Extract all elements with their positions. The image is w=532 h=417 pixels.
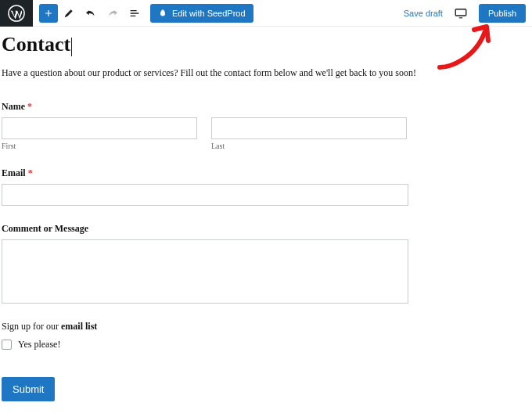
required-mark: * <box>27 101 32 112</box>
intro-paragraph[interactable]: Have a question about our product or ser… <box>2 67 530 79</box>
last-name-sublabel: Last <box>211 142 407 150</box>
signup-checkbox[interactable] <box>2 340 12 350</box>
wordpress-icon <box>8 5 25 22</box>
topbar-right: Save draft Publish <box>404 4 532 23</box>
last-name-input[interactable] <box>211 117 407 139</box>
comment-label: Comment or Message <box>2 223 408 235</box>
page-title[interactable]: Contact <box>2 33 72 56</box>
pencil-icon <box>63 7 75 20</box>
signup-option-row[interactable]: Yes please! <box>2 339 530 350</box>
comment-field-section: Comment or Message <box>2 223 408 304</box>
signup-label: Sign up for our email list <box>2 321 530 333</box>
first-name-input[interactable] <box>2 117 197 139</box>
undo-button[interactable] <box>80 2 102 24</box>
save-draft-link[interactable]: Save draft <box>404 9 443 18</box>
first-name-sublabel: First <box>2 142 197 150</box>
edit-tool-button[interactable] <box>58 2 80 24</box>
seedprod-icon <box>158 9 167 18</box>
editor-top-bar: Edit with SeedProd Save draft Publish <box>0 0 532 27</box>
publish-button[interactable]: Publish <box>479 4 526 23</box>
svg-rect-1 <box>455 9 466 15</box>
signup-option-label: Yes please! <box>18 339 60 350</box>
desktop-icon <box>454 6 468 20</box>
edit-seedprod-button[interactable]: Edit with SeedProd <box>150 4 253 23</box>
redo-icon <box>106 6 120 20</box>
email-input[interactable] <box>2 184 408 206</box>
add-block-button[interactable] <box>39 4 58 23</box>
name-label: Name * <box>2 101 408 113</box>
email-field-section: Email * <box>2 167 408 206</box>
name-field-section: Name * First Last <box>2 101 408 150</box>
email-label: Email * <box>2 167 408 179</box>
edit-seedprod-label: Edit with SeedProd <box>172 9 246 18</box>
required-mark: * <box>28 167 33 178</box>
comment-textarea[interactable] <box>2 239 408 304</box>
undo-icon <box>84 6 98 20</box>
redo-button[interactable] <box>102 2 124 24</box>
document-overview-button[interactable] <box>124 2 146 24</box>
preview-button[interactable] <box>454 6 468 20</box>
list-icon <box>128 7 141 20</box>
submit-button[interactable]: Submit <box>2 377 55 401</box>
wordpress-logo[interactable] <box>0 0 33 27</box>
plus-icon <box>43 8 54 19</box>
editor-content: Contact Have a question about our produc… <box>0 27 532 401</box>
text-cursor <box>71 38 72 56</box>
